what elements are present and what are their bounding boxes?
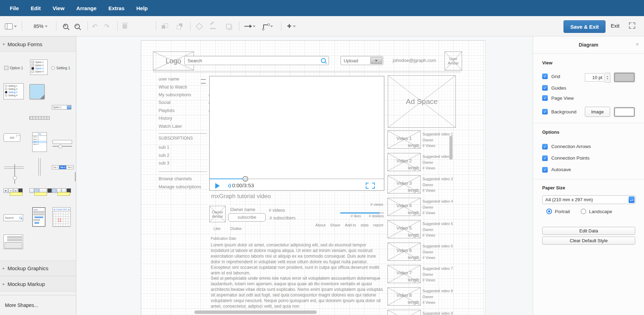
shape-radio-group[interactable]: Setting 1 Setting 2 Setting 3 Setting 4 [4, 83, 24, 99]
mockup-owner-avatar[interactable]: Owner Avatar [209, 206, 226, 222]
insert-button[interactable]: + [287, 16, 296, 36]
zoom-out-button[interactable]: – [75, 16, 80, 36]
subscription-item[interactable]: sub 2 [159, 151, 169, 159]
menu-item[interactable]: Extras [108, 5, 125, 11]
to-front-button[interactable] [162, 16, 168, 36]
option-toggle[interactable]: ✓Connection Points [542, 152, 644, 164]
shape-horizontal-divider[interactable] [4, 167, 24, 169]
shape-menu-bar[interactable] [29, 116, 50, 120]
panel-tab-diagram[interactable]: Diagram [533, 36, 644, 54]
clear-default-style-button[interactable]: Clear Default Style [542, 237, 635, 245]
nav-item[interactable]: History [159, 114, 211, 122]
suggested-videos-list[interactable]: Video 1length Suggested video 1 Owner # … [387, 131, 533, 315]
to-back-button[interactable] [177, 16, 183, 36]
grid-toggle[interactable]: ✓Grid [542, 74, 560, 79]
fullscreen-button[interactable] [629, 22, 635, 29]
suggested-video-item[interactable]: Video 8length Suggested video 8 Owner # … [387, 287, 533, 310]
video-thumbnail[interactable]: Video 2length [387, 153, 421, 171]
zoom-in-button[interactable]: + [63, 16, 68, 36]
nav-item[interactable]: Playlists# [159, 107, 211, 114]
mockup-ad-space[interactable]: Ad Space [388, 75, 456, 128]
paper-size-select[interactable]: A4 (210 mm x 297 mm) [542, 195, 636, 204]
shadow-button[interactable] [226, 16, 231, 36]
shape-button-bar[interactable] [29, 188, 52, 193]
nav-footer-link[interactable]: Manage subscriptions [159, 183, 201, 190]
action-link[interactable]: Add to [345, 223, 356, 227]
menu-item[interactable]: Help [136, 5, 148, 11]
mockup-nav-list[interactable]: user nameWhat to WatchMy subscriptions#S… [159, 75, 211, 130]
delete-button[interactable] [122, 16, 127, 36]
video-thumbnail[interactable]: Video 9length [387, 310, 421, 315]
action-link[interactable]: report [373, 223, 383, 227]
shape-signin-form[interactable] [32, 207, 46, 227]
red o-button[interactable]: ↷ [104, 16, 110, 36]
mockup-user-email[interactable]: johndoe@jgraph.com [393, 58, 436, 63]
menu-item[interactable]: File [10, 5, 19, 11]
subscriptions-list[interactable]: sub 1sub 2sub 3 [159, 144, 169, 167]
shape-text-field[interactable]: ········· [52, 140, 72, 144]
checkbox-checked-icon[interactable]: ✓ [542, 95, 548, 101]
shape-button-bar-tooltip[interactable] [52, 188, 71, 193]
dislike-button[interactable]: Dislike [230, 226, 241, 231]
background-toggle[interactable]: ✓Background [542, 109, 576, 114]
checkbox-checked-icon[interactable]: ✓ [542, 74, 548, 79]
subscription-item[interactable]: sub 1 [159, 144, 169, 151]
shape-tab-bar[interactable]: Tab 1Tab 2Tab 3 [52, 165, 74, 169]
suggested-video-item[interactable]: Video 1length Suggested video 1 Owner # … [387, 131, 533, 153]
shape-radio[interactable]: Setting 1 [51, 66, 70, 70]
suggested-video-item[interactable]: Video 5length Suggested video 5 Owner # … [387, 220, 533, 243]
checkbox-checked-icon[interactable]: ✓ [542, 85, 548, 91]
checkbox-checked-icon[interactable]: ✓ [542, 109, 548, 114]
page-view-toggle[interactable]: ✓Page View [542, 95, 574, 101]
guides-toggle[interactable]: ✓Guides [542, 85, 566, 91]
shape-checkbox-group[interactable]: Option 1 Option 2 Option 3 Option 4 [30, 59, 48, 75]
nav-item[interactable]: Watch Later [159, 122, 211, 130]
suggested-video-item[interactable]: Video 3length Suggested video 3 Owner # … [387, 175, 533, 198]
waypoint-style-button[interactable] [263, 16, 273, 36]
shape-horizontal-slider[interactable] [52, 145, 72, 148]
line-color-button[interactable] [210, 16, 216, 36]
shape-numeric-stepper[interactable]: 100 [4, 133, 20, 142]
zoom-level-button[interactable]: 85% [34, 16, 48, 36]
section-mockup-markup[interactable]: ▸Mockup Markup [0, 276, 76, 292]
shape-format-toolbar[interactable]: BIU [4, 188, 23, 193]
horizontal-scrollbar[interactable] [194, 310, 317, 314]
grid-size-input[interactable] [585, 73, 604, 82]
video-thumbnail[interactable]: Video 1length [387, 131, 421, 149]
video-thumbnail[interactable]: Video 7length [387, 265, 421, 283]
section-mockup-forms[interactable]: ▾Mockup Forms [0, 36, 76, 52]
menu-item[interactable]: View [52, 5, 64, 11]
video-thumbnail[interactable]: Video 3length [387, 175, 421, 194]
checkbox-checked-icon[interactable]: ✓ [542, 167, 548, 173]
shape-search-box[interactable]: Search [4, 214, 23, 221]
save-exit-button[interactable]: Save & Exit [564, 20, 606, 33]
nav-footer-links[interactable]: Browse channelsManage subscriptions [159, 175, 201, 191]
edit-data-button[interactable]: Edit Data [542, 227, 635, 235]
shape-email-form[interactable] [4, 234, 23, 249]
fullscreen-icon[interactable] [366, 183, 375, 189]
more-shapes-button[interactable]: More Shapes... [0, 295, 76, 315]
vertical-scrollbar[interactable] [449, 136, 453, 160]
radio-unselected-icon[interactable] [581, 209, 586, 214]
background-image-button[interactable]: Image [585, 107, 610, 117]
progress-knob[interactable] [243, 176, 248, 182]
mockup-user-avatar[interactable]: User Avatar [444, 51, 462, 70]
shape-calendar[interactable]: ◀October 2014▶ [52, 207, 71, 227]
action-link[interactable]: Share [330, 223, 340, 227]
option-toggle[interactable]: ✓Connection Arrows [542, 141, 644, 152]
mockup-search-field[interactable]: Search [184, 56, 329, 65]
suggested-video-item[interactable]: Video 6length Suggested video 6 Owner # … [387, 243, 533, 265]
video-action-links[interactable]: AboutShareAdd tostatsreport [272, 223, 383, 227]
like-button[interactable]: Like [214, 226, 220, 231]
shape-vertical-divider[interactable] [38, 158, 41, 176]
shape-checkbox[interactable]: Option 1 [4, 66, 23, 70]
mockup-video-player[interactable]: 0:00/3:53 [209, 76, 384, 191]
video-thumbnail[interactable]: Video 6length [387, 243, 421, 261]
shape-list-box[interactable]: Title Item 1 Item 2 Item 3 Item 4 [32, 132, 47, 152]
subscription-item[interactable]: sub 3 [159, 159, 169, 167]
grid-color-swatch[interactable] [614, 73, 635, 82]
video-thumbnail[interactable]: Video 4length [387, 198, 421, 216]
suggested-video-item[interactable]: Video 7length Suggested video 7 Owner # … [387, 265, 533, 287]
action-link[interactable]: About [315, 223, 326, 227]
video-thumbnail[interactable]: Video 8length [387, 287, 421, 306]
